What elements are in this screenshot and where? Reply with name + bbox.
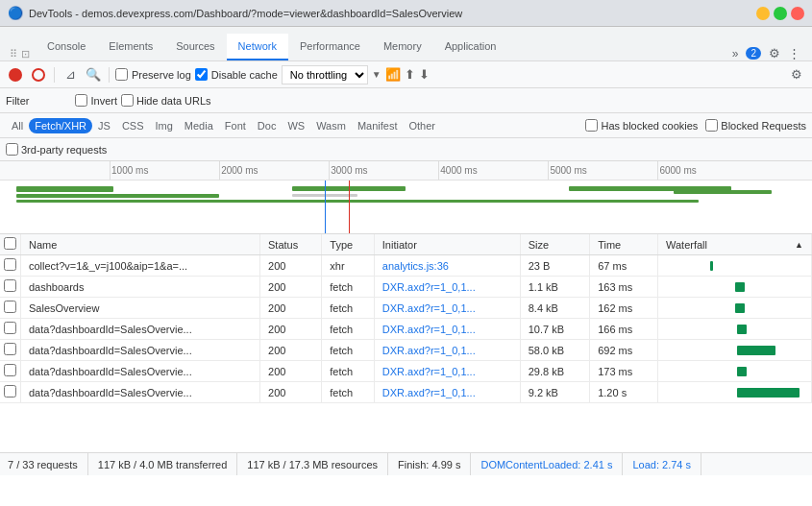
settings-icon[interactable]: ⚙: [769, 46, 780, 60]
row-initiator: DXR.axd?r=1_0,1...: [374, 382, 520, 403]
invert-checkbox[interactable]: [75, 94, 87, 107]
tab-performance[interactable]: Performance: [288, 34, 372, 60]
th-initiator[interactable]: Initiator: [374, 234, 520, 255]
th-time[interactable]: Time: [590, 234, 658, 255]
filter-font[interactable]: Font: [219, 118, 252, 133]
blocked-requests-checkbox[interactable]: [705, 119, 718, 132]
initiator-link[interactable]: DXR.axd?r=1_0,1...: [382, 366, 476, 377]
network-table-wrapper: Name Status Type Initiator Size Time Wat…: [0, 234, 812, 452]
th-waterfall[interactable]: Waterfall ▲: [658, 234, 812, 255]
tab-memory[interactable]: Memory: [372, 34, 433, 60]
disable-cache-checkbox[interactable]: [195, 68, 208, 81]
row-size: 10.7 kB: [520, 319, 589, 340]
row-checkbox[interactable]: [4, 279, 16, 292]
tab-console[interactable]: Console: [36, 34, 97, 60]
row-checkbox[interactable]: [4, 301, 16, 313]
th-name[interactable]: Name: [21, 234, 260, 255]
network-settings-icon[interactable]: ⚙: [787, 65, 806, 84]
row-checkbox[interactable]: [4, 343, 16, 355]
row-status: 200: [260, 277, 322, 298]
disable-cache-label[interactable]: Disable cache: [195, 68, 278, 81]
filter-js[interactable]: JS: [92, 118, 116, 133]
devtools-tab-icons: » 2 ⚙ ⋮: [725, 46, 808, 60]
waterfall-bar: [737, 388, 800, 398]
initiator-link[interactable]: DXR.axd?r=1_0,1...: [382, 281, 476, 293]
filter-css[interactable]: CSS: [116, 118, 150, 133]
timeline-mark-3000: 3000 ms: [329, 161, 367, 180]
initiator-link[interactable]: analytics.js:36: [382, 260, 449, 272]
preserve-log-checkbox[interactable]: [115, 68, 128, 81]
third-party-label[interactable]: 3rd-party requests: [6, 143, 107, 156]
has-blocked-cookies-checkbox[interactable]: [585, 119, 598, 132]
row-initiator: DXR.axd?r=1_0,1...: [374, 361, 520, 382]
filter-manifest[interactable]: Manifest: [352, 118, 404, 133]
tab-sources[interactable]: Sources: [164, 34, 226, 60]
more-options-icon[interactable]: ⋮: [788, 46, 800, 60]
invert-label[interactable]: Invert: [75, 94, 117, 107]
initiator-link[interactable]: DXR.axd?r=1_0,1...: [382, 302, 476, 314]
row-size: 1.1 kB: [520, 277, 589, 298]
timeline-bars: [0, 181, 812, 234]
filter-media[interactable]: Media: [179, 118, 219, 133]
sort-arrow-icon: ▲: [795, 240, 803, 250]
devtools-tabbar: ⠿ ⊡ Console Elements Sources Network Per…: [0, 27, 812, 61]
tab-network[interactable]: Network: [227, 34, 288, 60]
row-checkbox[interactable]: [4, 322, 16, 334]
th-size[interactable]: Size: [520, 234, 589, 255]
minimize-button[interactable]: [756, 7, 770, 20]
window-controls: [756, 7, 804, 20]
timeline-panel: 1000 ms 2000 ms 3000 ms 4000 ms 5000 ms …: [0, 161, 812, 234]
hide-data-urls-label[interactable]: Hide data URLs: [121, 94, 211, 107]
throttle-select[interactable]: No throttling: [282, 65, 368, 84]
third-party-checkbox[interactable]: [6, 143, 18, 156]
timeline-mark-4000: 4000 ms: [438, 161, 477, 180]
row-checkbox[interactable]: [4, 258, 16, 271]
more-tabs-button[interactable]: »: [732, 47, 739, 60]
waterfall-bar: [737, 367, 747, 376]
waterfall-bar: [735, 303, 745, 313]
timeline-mark-6000: 6000 ms: [657, 161, 696, 180]
filter-all[interactable]: All: [6, 118, 29, 133]
row-initiator: DXR.axd?r=1_0,1...: [374, 319, 520, 340]
filter-doc[interactable]: Doc: [252, 118, 283, 133]
tab-application[interactable]: Application: [433, 34, 508, 60]
th-type[interactable]: Type: [322, 234, 374, 255]
has-blocked-cookies-label[interactable]: Has blocked cookies: [585, 119, 698, 132]
row-checkbox[interactable]: [4, 385, 16, 398]
filter-img[interactable]: Img: [150, 118, 179, 133]
row-name: data?dashboardId=SalesOvervie...: [21, 340, 260, 361]
th-status[interactable]: Status: [260, 234, 322, 255]
filter-icon[interactable]: ⊿: [61, 65, 80, 84]
row-status: 200: [260, 361, 322, 382]
preserve-log-label[interactable]: Preserve log: [115, 68, 191, 81]
record-button[interactable]: [6, 65, 25, 84]
tab-elements[interactable]: Elements: [97, 34, 164, 60]
blocked-requests-label[interactable]: Blocked Requests: [705, 119, 806, 132]
initiator-link[interactable]: DXR.axd?r=1_0,1...: [382, 387, 476, 398]
throttle-arrow-icon: ▼: [372, 69, 381, 80]
th-waterfall-label: Waterfall: [666, 239, 707, 251]
select-all-checkbox[interactable]: [4, 237, 16, 250]
row-checkbox-cell: [0, 361, 21, 382]
filter-type-bar: All Fetch/XHR JS CSS Img Media Font Doc …: [0, 113, 812, 138]
table-row: dashboards 200 fetch DXR.axd?r=1_0,1... …: [0, 277, 812, 298]
initiator-link[interactable]: DXR.axd?r=1_0,1...: [382, 324, 476, 335]
timeline-bar-3: [16, 200, 301, 203]
devtools-main: ⊿ 🔍 Preserve log Disable cache No thrott…: [0, 61, 812, 475]
timeline-bar-2: [16, 194, 219, 198]
row-type: fetch: [322, 340, 374, 361]
maximize-button[interactable]: [774, 7, 787, 20]
filter-fetch-xhr[interactable]: Fetch/XHR: [29, 118, 92, 133]
search-icon[interactable]: 🔍: [84, 65, 103, 84]
row-checkbox[interactable]: [4, 364, 16, 376]
row-checkbox-cell: [0, 255, 21, 277]
initiator-link[interactable]: DXR.axd?r=1_0,1...: [382, 345, 476, 356]
clear-button[interactable]: [29, 65, 48, 84]
row-time: 173 ms: [590, 361, 658, 382]
filter-wasm[interactable]: Wasm: [310, 118, 352, 133]
status-bar: 7 / 33 requests 117 kB / 4.0 MB transfer…: [0, 452, 812, 475]
hide-data-urls-checkbox[interactable]: [121, 94, 134, 107]
filter-ws[interactable]: WS: [282, 118, 310, 133]
filter-other[interactable]: Other: [403, 118, 441, 133]
close-button[interactable]: [791, 7, 804, 20]
